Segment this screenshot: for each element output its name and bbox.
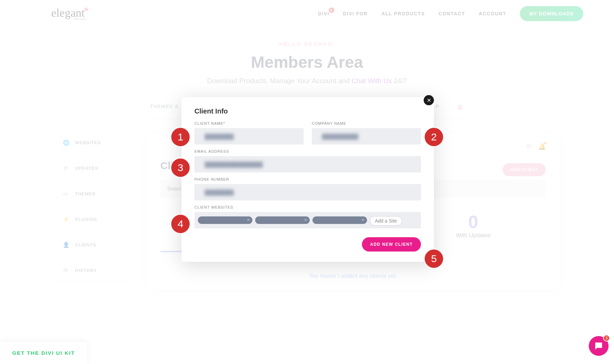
sidebar-item-themes[interactable]: ▭ THEMES (55, 184, 133, 204)
close-icon[interactable]: ✕ (424, 95, 434, 105)
user-icon[interactable] (456, 104, 464, 113)
tab-themes[interactable]: THEMES & (150, 104, 179, 113)
add-client-button[interactable]: ADD CLIENT (502, 163, 546, 176)
nav-account[interactable]: ACCOUNT (479, 11, 507, 16)
progress-bar (160, 251, 184, 252)
refresh-icon[interactable]: ⟳ (526, 143, 531, 150)
chat-widget[interactable]: 3 (589, 336, 609, 356)
user-icon: 👤 (63, 242, 69, 248)
card-icon: ▭ (63, 191, 69, 197)
client-name-input[interactable]: ████████ (194, 128, 304, 145)
websites-label: CLIENT WEBSITES (194, 205, 421, 209)
sidebar-item-updates[interactable]: ⟳ UPDATES (55, 158, 133, 178)
email-input[interactable]: ████████████████ (194, 156, 421, 172)
annotation-3: 3 (171, 158, 190, 178)
bell-icon[interactable]: 🔔 (538, 143, 546, 150)
stat-label: With Updates (456, 232, 491, 239)
company-input[interactable]: ██████████ (312, 128, 421, 145)
phone-input[interactable]: ████████ (194, 184, 421, 200)
nav-divi[interactable]: DIVI 2 (318, 11, 329, 16)
annotation-5: 5 (424, 249, 444, 269)
website-tag[interactable]: × (198, 216, 252, 224)
annotation-2: 2 (424, 127, 444, 147)
logo-text: elegant (51, 6, 85, 19)
client-name-label: CLIENT NAME* (194, 121, 304, 125)
add-new-client-button[interactable]: ADD NEW CLIENT (362, 237, 421, 252)
sidebar: 🌐 WEBSITES ⟳ UPDATES ▭ THEMES ⚡ PLUGINS … (55, 133, 133, 290)
ui-kit-banner[interactable]: GET THE DIVI UI KIT (0, 342, 87, 364)
main-nav: DIVI 2 DIVI FOR ALL PRODUCTS CONTACT ACC… (318, 6, 583, 21)
nav-badge: 2 (329, 7, 334, 13)
nav-contact[interactable]: CONTACT (439, 11, 465, 16)
phone-label: PHONE NUMBER (194, 177, 421, 181)
history-icon: ⟳ (63, 267, 69, 274)
client-info-modal: ✕ Client Info CLIENT NAME* ████████ COMP… (181, 97, 434, 262)
globe-icon: 🌐 (63, 139, 69, 146)
websites-tags-input[interactable]: × × × Add a Site (194, 212, 421, 228)
add-site-button[interactable]: Add a Site (370, 216, 402, 226)
greeting: HELLO DEANNA! (0, 41, 614, 47)
chat-link[interactable]: Chat With Us (352, 77, 392, 85)
sidebar-item-history[interactable]: ⟳ HISTORY (55, 260, 133, 280)
tag-remove-icon[interactable]: × (303, 217, 308, 223)
notification-dot (544, 142, 546, 145)
nav-all-products[interactable]: ALL PRODUCTS (381, 11, 425, 16)
sidebar-item-clients[interactable]: 👤 CLIENTS (55, 235, 133, 255)
sidebar-item-websites[interactable]: 🌐 WEBSITES (55, 133, 133, 153)
nav-divi-for[interactable]: DIVI FOR (343, 11, 368, 16)
svg-point-1 (459, 106, 461, 108)
company-label: COMPANY NAME (312, 121, 421, 125)
my-downloads-button[interactable]: MY DOWNLOADS (520, 6, 583, 21)
annotation-1: 1 (171, 127, 190, 147)
tag-remove-icon[interactable]: × (360, 217, 366, 223)
modal-title: Client Info (194, 107, 421, 115)
subtitle: Download Products, Manage Your Account a… (0, 77, 614, 85)
tag-remove-icon[interactable]: × (246, 217, 251, 223)
stat-updates: 0 With Updates (456, 212, 491, 239)
plug-icon: ⚡ (63, 216, 69, 223)
annotation-4: 4 (171, 214, 190, 234)
email-label: EMAIL ADDRESS (194, 149, 421, 153)
refresh-icon: ⟳ (63, 165, 69, 171)
website-tag[interactable]: × (312, 216, 367, 224)
website-tag[interactable]: × (255, 216, 310, 224)
chat-badge: 3 (603, 335, 610, 342)
stat-number: 0 (456, 212, 491, 232)
logo[interactable]: elegant* themes (51, 6, 90, 21)
empty-message: You haven`t added any clients yet. (160, 273, 546, 279)
page-title: Members Area (0, 53, 614, 72)
sidebar-item-plugins[interactable]: ⚡ PLUGINS (55, 209, 133, 229)
logo-star-icon: * (84, 5, 89, 16)
